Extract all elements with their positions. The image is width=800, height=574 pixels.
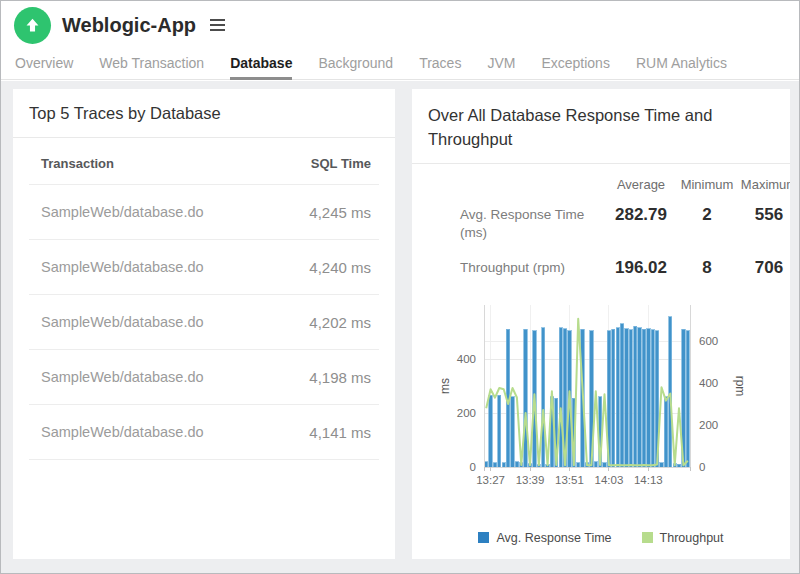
stats-header-average: Average — [605, 177, 677, 204]
tab-database[interactable]: Database — [230, 49, 292, 80]
tab-web-transaction[interactable]: Web Transaction — [99, 49, 204, 80]
stats-minimum-value: 8 — [677, 257, 737, 292]
tab-rum-analytics[interactable]: RUM Analytics — [636, 49, 727, 80]
stats-average-value: 196.02 — [605, 257, 677, 292]
table-row[interactable]: SampleWeb/database.do4,141 ms — [29, 404, 379, 460]
stats-row-label: Throughput (rpm) — [428, 257, 605, 292]
transaction-name: SampleWeb/database.do — [41, 424, 204, 440]
table-row[interactable]: SampleWeb/database.do4,245 ms — [29, 184, 379, 239]
tab-exceptions[interactable]: Exceptions — [541, 49, 609, 80]
svg-text:400: 400 — [699, 377, 718, 389]
table-row[interactable]: SampleWeb/database.do4,198 ms — [29, 349, 379, 404]
stats-minimum-value: 2 — [677, 204, 737, 257]
sql-time-value: 4,245 ms — [309, 204, 371, 221]
legend-label: Avg. Response Time — [496, 531, 611, 545]
tab-bar: OverviewWeb TransactionDatabaseBackgroun… — [1, 49, 799, 80]
chart-legend: Avg. Response TimeThroughput — [428, 531, 774, 545]
column-header-transaction: Transaction — [41, 156, 114, 171]
transaction-name: SampleWeb/database.do — [41, 259, 204, 275]
divider — [412, 163, 790, 164]
tab-background[interactable]: Background — [318, 49, 393, 80]
svg-text:400: 400 — [457, 353, 476, 365]
svg-text:0: 0 — [470, 461, 476, 473]
transaction-name: SampleWeb/database.do — [41, 369, 204, 385]
sql-time-value: 4,240 ms — [309, 259, 371, 276]
chart-panel-title: Over All Database Response Time and Thro… — [428, 104, 768, 152]
column-header-sql-time: SQL Time — [311, 156, 371, 171]
svg-text:600: 600 — [699, 335, 718, 347]
svg-text:rpm: rpm — [733, 375, 746, 396]
sql-time-value: 4,198 ms — [309, 369, 371, 386]
svg-text:13:39: 13:39 — [516, 474, 545, 486]
header: Weblogic-App — [1, 1, 799, 49]
stats-maximum-value: 556 — [737, 204, 790, 257]
up-arrow-icon — [24, 17, 41, 34]
stats-row-label: Avg. Response Time (ms) — [428, 204, 605, 257]
stats-table: Average Minimum Maximum Avg. Response Ti… — [428, 177, 790, 293]
table-row[interactable]: SampleWeb/database.do4,240 ms — [29, 239, 379, 294]
svg-text:0: 0 — [699, 461, 705, 473]
svg-text:14:03: 14:03 — [595, 474, 624, 486]
page-title: Weblogic-App — [62, 14, 196, 37]
svg-text:13:51: 13:51 — [555, 474, 584, 486]
sql-time-value: 4,141 ms — [309, 424, 371, 441]
legend-swatch-icon — [642, 532, 653, 543]
svg-text:13:27: 13:27 — [476, 474, 505, 486]
chart-svg: 0200400020040060013:2713:3913:5114:0314:… — [434, 297, 746, 501]
svg-text:200: 200 — [457, 407, 476, 419]
legend-item-avg-response-time[interactable]: Avg. Response Time — [478, 531, 611, 545]
stats-header-maximum: Maximum — [737, 177, 790, 204]
hamburger-menu-icon[interactable] — [206, 15, 229, 35]
legend-swatch-icon — [478, 532, 489, 543]
svg-text:14:13: 14:13 — [634, 474, 663, 486]
response-throughput-panel: Over All Database Response Time and Thro… — [412, 89, 790, 559]
legend-item-throughput[interactable]: Throughput — [642, 531, 724, 545]
top-traces-panel: Top 5 Traces by Database Transaction SQL… — [13, 89, 395, 559]
traces-table-header: Transaction SQL Time — [29, 138, 379, 184]
app-window: Weblogic-App OverviewWeb TransactionData… — [0, 0, 800, 574]
stats-header-minimum: Minimum — [677, 177, 737, 204]
stats-maximum-value: 706 — [737, 257, 790, 292]
sql-time-value: 4,202 ms — [309, 314, 371, 331]
stats-average-value: 282.79 — [605, 204, 677, 257]
tab-jvm[interactable]: JVM — [487, 49, 515, 80]
content-area: Top 5 Traces by Database Transaction SQL… — [1, 81, 799, 573]
legend-label: Throughput — [660, 531, 724, 545]
traces-panel-title: Top 5 Traces by Database — [29, 104, 379, 123]
tab-traces[interactable]: Traces — [419, 49, 461, 80]
table-row[interactable]: SampleWeb/database.do4,202 ms — [29, 294, 379, 349]
response-throughput-chart: 0200400020040060013:2713:3913:5114:0314:… — [434, 297, 774, 505]
stats-empty-corner — [428, 177, 605, 204]
transaction-name: SampleWeb/database.do — [41, 204, 204, 220]
app-status-badge — [14, 7, 51, 44]
svg-text:200: 200 — [699, 419, 718, 431]
transaction-name: SampleWeb/database.do — [41, 314, 204, 330]
tab-overview[interactable]: Overview — [15, 49, 73, 80]
traces-table-body: SampleWeb/database.do4,245 msSampleWeb/d… — [29, 184, 379, 460]
svg-text:ms: ms — [438, 378, 452, 394]
